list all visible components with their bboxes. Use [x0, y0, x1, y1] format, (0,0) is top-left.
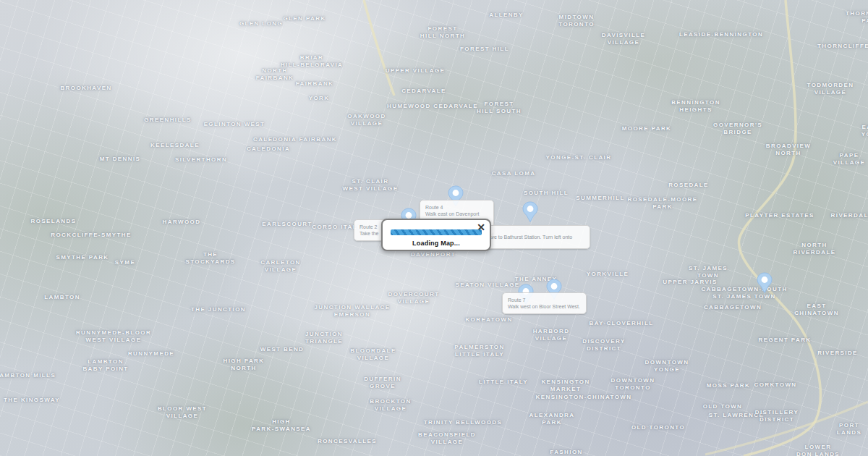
- map-label: BLOOR WEST VILLAGE: [158, 405, 207, 420]
- map-label: KENSINGTON MARKET: [541, 379, 590, 393]
- map-label: BEACONSFIELD VILLAGE: [418, 431, 476, 446]
- map-label: ST. CLAIR WEST VILLAGE: [343, 178, 399, 193]
- map-label: BRIAR HILL-BELGRAVIA: [281, 54, 344, 69]
- map-label: HIGH PARK NORTH: [224, 358, 265, 372]
- map-label: REGENT PARK: [758, 337, 811, 344]
- map-label: EARLSCOURT: [262, 221, 312, 228]
- map-label: DISCOVERY DISTRICT: [582, 338, 625, 352]
- map-label: ST. LAWRENCE: [709, 412, 764, 419]
- map-label: MT DENNIS: [100, 156, 141, 163]
- map-label: FOREST HILL SOUTH: [477, 101, 522, 115]
- map-label: MOSS PARK: [707, 382, 750, 389]
- map-label: CALEDONIA FAIRBANK: [253, 136, 337, 143]
- map-label: PLAYTER ESTATES: [745, 212, 814, 219]
- map-label: DAVENPORT: [411, 251, 456, 258]
- route-popup-route-7[interactable]: Route 7 Walk west on Bloor Street West.: [502, 292, 587, 314]
- map-label: THE KINGSWAY: [4, 397, 60, 404]
- map-label: WEST BEND: [260, 346, 305, 353]
- map-label: ROSEDALE-MOORE PARK: [628, 196, 698, 211]
- map-label: KOREATOWN: [465, 316, 512, 324]
- map-label: LAMBTON BABY POINT: [82, 358, 128, 373]
- loading-message: Loading Map...: [383, 240, 490, 247]
- map-label: OAKWOOD VILLAGE: [347, 113, 386, 127]
- map-label: LAMBTON: [44, 294, 80, 301]
- map-label: LOWER DON LANDS: [796, 444, 840, 456]
- map-label: ALLENBY: [489, 12, 524, 19]
- map-label: ROSELANDS: [31, 218, 77, 225]
- map-label: DOWNTOWN TORONTO: [611, 377, 655, 392]
- map-label: OLD TORONTO: [631, 424, 685, 431]
- map-label: BAY-CLOVERHILL: [589, 320, 653, 327]
- map-label: PAPE VILLAGE: [833, 152, 865, 166]
- map-label: EAST YORK: [861, 124, 868, 138]
- map-label: BENNINGTON HEIGHTS: [671, 99, 720, 114]
- progress-bar: [391, 229, 482, 235]
- map-label: NORTH FAIRBANK: [256, 67, 294, 82]
- map-label: EGLINTON WEST: [204, 121, 265, 128]
- map-label: SEATON VILLAGE: [455, 282, 519, 289]
- map-label: DOVERCOURT VILLAGE: [388, 291, 440, 305]
- map-label: ALEXANDRA PARK: [529, 412, 575, 426]
- map-label: RIVERDALE: [831, 212, 868, 219]
- map-label: PALMERSTON LITTLE ITALY: [454, 344, 504, 358]
- map-label: ROCKCLIFFE-SMYTHE: [51, 232, 131, 239]
- map-label: SMYTHE PARK: [56, 254, 109, 261]
- map-label: GOVERNOR'S BRIDGE: [713, 122, 762, 136]
- map-label: ROSEDALE: [668, 182, 709, 189]
- map-label: YORKVILLE: [587, 271, 629, 278]
- map-label: BROADVIEW NORTH: [766, 143, 811, 157]
- map-label: DAVISVILLE VILLAGE: [602, 32, 646, 46]
- map-label: TODMORDEN VILLAGE: [807, 82, 854, 96]
- don-valley-parkway-line: [739, 0, 820, 456]
- map-label: CARLETON VILLAGE: [260, 259, 301, 274]
- map-label: KENSINGTON-CHINATOWN: [536, 394, 632, 401]
- map-label: RONCESVALLES: [318, 438, 377, 445]
- allen-road-line: [364, 0, 394, 96]
- map-label: OLD TOWN: [703, 403, 743, 410]
- map-label: SYME: [115, 259, 135, 266]
- map-label: GLEN LONG: [239, 20, 283, 28]
- map-canvas[interactable]: GLEN LONGGLEN PARKALLENBYMIDTOWN TORONTO…: [0, 0, 868, 456]
- map-label: FASHION: [550, 449, 582, 456]
- map-label: RUNNYMEDE: [128, 350, 174, 358]
- map-label: CABBAGETOWN: [704, 304, 762, 311]
- map-label: RUNNYMEDE-BLOOR WEST VILLAGE: [76, 329, 151, 344]
- map-label: JUNCTION WALLACE EMERSON: [314, 304, 390, 318]
- map-label: JUNCTION TRIANGLE: [305, 331, 343, 345]
- map-label: NORTH RIVERDALE: [793, 242, 836, 256]
- map-label: LAMBTON MILLS: [0, 372, 56, 379]
- progress-bar-fill: [391, 229, 482, 235]
- map-label: TRINITY BELLWOODS: [424, 419, 503, 426]
- map-label: GREENHILLS: [144, 117, 192, 124]
- map-pin-icon[interactable]: [522, 201, 538, 223]
- gardiner-line: [705, 402, 868, 455]
- loading-dialog: ✕ Loading Map...: [381, 219, 491, 251]
- map-label: YORK: [309, 95, 330, 102]
- map-label: ST. JAMES TOWN: [689, 265, 728, 279]
- map-label: BLOORDALE VILLAGE: [350, 347, 396, 362]
- map-label: SUMMERHILL: [576, 195, 624, 202]
- map-label: KEELESDALE: [150, 142, 200, 149]
- map-label: YONGE-ST. CLAIR: [546, 154, 612, 161]
- map-label: CALEDONIA: [247, 145, 290, 153]
- map-label: MIDTOWN TORONTO: [558, 14, 595, 28]
- map-pin-icon[interactable]: [757, 272, 773, 294]
- map-label: HIGH PARK-SWANSEA: [252, 418, 311, 433]
- map-label: CASA LOMA: [492, 170, 536, 177]
- map-label: LEASIDE-BENNINGTON: [679, 31, 763, 38]
- map-label: BROCKTON VILLAGE: [370, 398, 411, 413]
- map-label: DUFFERIN GROVE: [364, 376, 401, 390]
- map-label: MOORE PARK: [622, 125, 672, 132]
- map-label: THE STOCKYARDS: [185, 251, 235, 266]
- map-label: CORKTOWN: [754, 381, 796, 389]
- map-label: LITTLE ITALY: [479, 379, 528, 386]
- map-label: BROOKHAVEN: [60, 85, 111, 92]
- map-label: FAIRBANK: [296, 80, 334, 88]
- map-label: THORNCLIFFE: [817, 43, 868, 50]
- map-label: GLEN PARK: [283, 15, 326, 22]
- map-label: DOWNTOWN YONGE: [645, 359, 689, 373]
- map-label: CABBAGETOWN-SOUTH ST. JAMES TOWN: [701, 286, 787, 300]
- map-label: SOUTH HILL: [524, 190, 569, 197]
- map-label: UPPER VILLAGE: [386, 67, 446, 75]
- map-label: EAST CHINATOWN: [794, 303, 839, 317]
